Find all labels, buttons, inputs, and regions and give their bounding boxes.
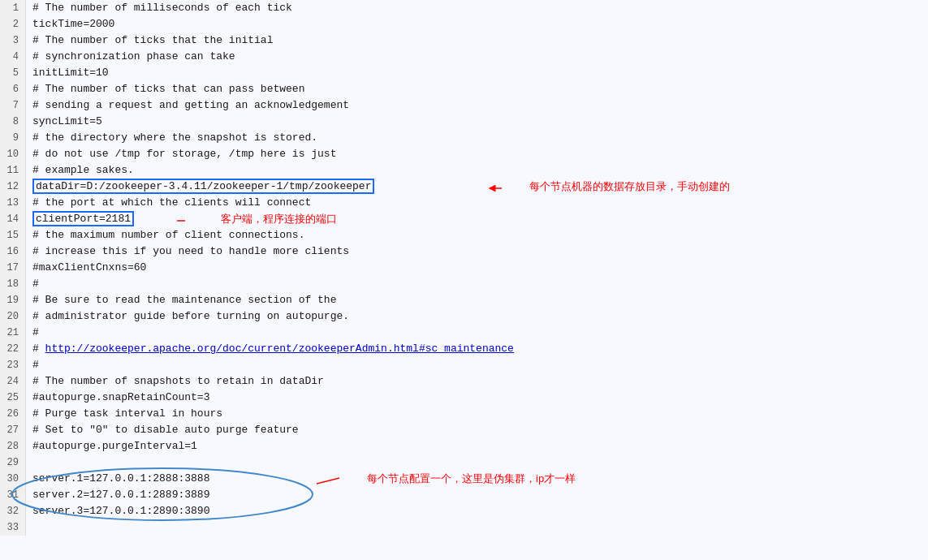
line-2: 2tickTime=2000 bbox=[0, 16, 928, 32]
line-content-17: #maxClientCnxns=60 bbox=[26, 260, 928, 276]
line-number-2: 2 bbox=[0, 16, 26, 32]
line-20: 20# administrator guide before turning o… bbox=[0, 308, 928, 325]
line-content-12: dataDir=D:/zookeeper-3.4.11/zookeeper-1/… bbox=[26, 179, 928, 195]
line-number-13: 13 bbox=[0, 195, 26, 211]
line-10: 10# do not use /tmp for storage, /tmp he… bbox=[0, 146, 928, 162]
line-content-30: server.1=127.0.0.1:2888:3888每个节点配置一个，这里是… bbox=[26, 471, 928, 487]
line-content-1: # The number of milliseconds of each tic… bbox=[26, 0, 928, 16]
line-number-11: 11 bbox=[0, 162, 26, 179]
line-number-8: 8 bbox=[0, 114, 26, 130]
line-content-5: initLimit=10 bbox=[26, 65, 928, 81]
line-24: 24# The number of snapshots to retain in… bbox=[0, 373, 928, 390]
line-content-31: server.2=127.0.0.1:2889:3889 bbox=[26, 487, 928, 503]
annotation-server-nodes: 每个节点配置一个，这里是伪集群，ip才一样 bbox=[367, 471, 576, 487]
line-content-11: # example sakes. bbox=[26, 162, 928, 179]
annotation-datadir: 每个节点机器的数据存放目录，手动创建的 bbox=[529, 179, 730, 195]
line-28: 28#autopurge.purgeInterval=1 bbox=[0, 438, 928, 454]
line-11: 11# example sakes. bbox=[0, 162, 928, 179]
clientport-highlight: clientPort=2181 bbox=[32, 211, 134, 226]
line-number-16: 16 bbox=[0, 243, 26, 260]
line-32: 32server.3=127.0.0.1:2890:3890 bbox=[0, 503, 928, 519]
line-15: 15# the maximum number of client connect… bbox=[0, 227, 928, 243]
line-content-25: #autopurge.snapRetainCount=3 bbox=[26, 390, 928, 406]
line-14: 14clientPort=2181客户端，程序连接的端口 bbox=[0, 211, 928, 227]
line-number-15: 15 bbox=[0, 227, 26, 243]
line-content-18: # bbox=[26, 276, 928, 292]
line-content-20: # administrator guide before turning on … bbox=[26, 308, 928, 325]
line-8: 8syncLimit=5 bbox=[0, 114, 928, 130]
line-content-15: # the maximum number of client connectio… bbox=[26, 227, 928, 243]
line-number-26: 26 bbox=[0, 406, 26, 422]
line-3: 3# The number of ticks that the initial bbox=[0, 32, 928, 49]
line-number-3: 3 bbox=[0, 32, 26, 49]
line-content-4: # synchronization phase can take bbox=[26, 49, 928, 65]
line-number-7: 7 bbox=[0, 97, 26, 114]
line-number-17: 17 bbox=[0, 260, 26, 276]
line-number-9: 9 bbox=[0, 130, 26, 146]
line-number-20: 20 bbox=[0, 308, 26, 325]
line-number-18: 18 bbox=[0, 276, 26, 292]
line-number-6: 6 bbox=[0, 81, 26, 97]
line-number-33: 33 bbox=[0, 519, 26, 536]
line-number-22: 22 bbox=[0, 341, 26, 357]
line-26: 26# Purge task interval in hours bbox=[0, 406, 928, 422]
line-content-3: # The number of ticks that the initial bbox=[26, 32, 928, 49]
line-number-31: 31 bbox=[0, 487, 26, 503]
line-9: 9# the directory where the snapshot is s… bbox=[0, 130, 928, 146]
line-content-26: # Purge task interval in hours bbox=[26, 406, 928, 422]
line-27: 27# Set to "0" to disable auto purge fea… bbox=[0, 422, 928, 438]
line-number-25: 25 bbox=[0, 390, 26, 406]
line-12: 12dataDir=D:/zookeeper-3.4.11/zookeeper-… bbox=[0, 179, 928, 195]
line-content-28: #autopurge.purgeInterval=1 bbox=[26, 438, 928, 454]
line-content-23: # bbox=[26, 357, 928, 373]
line-31: 31server.2=127.0.0.1:2889:3889 bbox=[0, 487, 928, 503]
line-content-27: # Set to "0" to disable auto purge featu… bbox=[26, 422, 928, 438]
line-content-2: tickTime=2000 bbox=[26, 16, 928, 32]
line-number-27: 27 bbox=[0, 422, 26, 438]
line-content-9: # the directory where the snapshot is st… bbox=[26, 130, 928, 146]
line-number-29: 29 bbox=[0, 454, 26, 471]
line-content-19: # Be sure to read the maintenance sectio… bbox=[26, 292, 928, 308]
line-content-6: # The number of ticks that can pass betw… bbox=[26, 81, 928, 97]
line-number-32: 32 bbox=[0, 503, 26, 519]
line-number-12: 12 bbox=[0, 179, 26, 195]
line-17: 17#maxClientCnxns=60 bbox=[0, 260, 928, 276]
line-content-8: syncLimit=5 bbox=[26, 114, 928, 130]
line-23: 23# bbox=[0, 357, 928, 373]
line-number-5: 5 bbox=[0, 65, 26, 81]
line-number-28: 28 bbox=[0, 438, 26, 454]
editor-container: 1# The number of milliseconds of each ti… bbox=[0, 0, 928, 560]
line-content-24: # The number of snapshots to retain in d… bbox=[26, 373, 928, 390]
line-16: 16# increase this if you need to handle … bbox=[0, 243, 928, 260]
line-number-24: 24 bbox=[0, 373, 26, 390]
line-content-16: # increase this if you need to handle mo… bbox=[26, 243, 928, 260]
zookeeper-link[interactable]: http://zookeeper.apache.org/doc/current/… bbox=[45, 342, 514, 355]
line-content-14: clientPort=2181客户端，程序连接的端口 bbox=[26, 211, 928, 227]
line-4: 4# synchronization phase can take bbox=[0, 49, 928, 65]
line-33: 33 bbox=[0, 519, 928, 536]
line-1: 1# The number of milliseconds of each ti… bbox=[0, 0, 928, 16]
line-content-32: server.3=127.0.0.1:2890:3890 bbox=[26, 503, 928, 519]
datadir-highlight: dataDir=D:/zookeeper-3.4.11/zookeeper-1/… bbox=[32, 179, 374, 194]
line-content-7: # sending a request and getting an ackno… bbox=[26, 97, 928, 114]
line-number-19: 19 bbox=[0, 292, 26, 308]
line-22: 22# http://zookeeper.apache.org/doc/curr… bbox=[0, 341, 928, 357]
line-content-21: # bbox=[26, 325, 928, 341]
line-19: 19# Be sure to read the maintenance sect… bbox=[0, 292, 928, 308]
line-5: 5initLimit=10 bbox=[0, 65, 928, 81]
annotation-clientport: 客户端，程序连接的端口 bbox=[221, 211, 337, 227]
line-number-4: 4 bbox=[0, 49, 26, 65]
line-number-30: 30 bbox=[0, 471, 26, 487]
line-18: 18# bbox=[0, 276, 928, 292]
line-number-14: 14 bbox=[0, 211, 26, 227]
code-area: 1# The number of milliseconds of each ti… bbox=[0, 0, 928, 560]
line-number-10: 10 bbox=[0, 146, 26, 162]
line-13: 13# the port at which the clients will c… bbox=[0, 195, 928, 211]
line-number-21: 21 bbox=[0, 325, 26, 341]
line-number-1: 1 bbox=[0, 0, 26, 16]
line-6: 6# The number of ticks that can pass bet… bbox=[0, 81, 928, 97]
line-7: 7# sending a request and getting an ackn… bbox=[0, 97, 928, 114]
line-content-10: # do not use /tmp for storage, /tmp here… bbox=[26, 146, 928, 162]
line-content-22: # http://zookeeper.apache.org/doc/curren… bbox=[26, 341, 928, 357]
line-content-13: # the port at which the clients will con… bbox=[26, 195, 928, 211]
